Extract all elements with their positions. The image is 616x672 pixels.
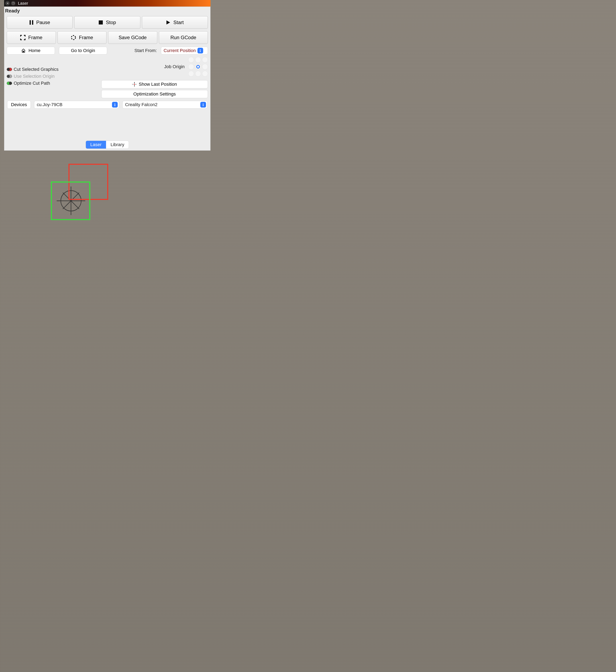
- svg-point-10: [134, 84, 135, 85]
- pause-label: Pause: [36, 20, 50, 25]
- svg-rect-0: [30, 20, 31, 25]
- toggle-use-selection-origin: Use Selection Origin: [7, 74, 99, 79]
- home-icon: [21, 48, 26, 53]
- start-from-label: Start From:: [134, 48, 157, 53]
- optimization-settings-label: Optimization Settings: [133, 91, 176, 97]
- frame-rect-icon: [20, 35, 25, 40]
- toggle-optimize-cut-path[interactable]: Optimize Cut Path: [7, 81, 99, 86]
- port-select[interactable]: cu.Joy-79CB ▲▼: [34, 101, 119, 109]
- optimization-settings-button[interactable]: Optimization Settings: [101, 90, 208, 98]
- port-value: cu.Joy-79CB: [37, 102, 62, 107]
- run-gcode-button[interactable]: Run GCode: [159, 31, 208, 44]
- stop-label: Stop: [106, 20, 116, 25]
- job-origin-7[interactable]: [195, 71, 201, 76]
- frame-rect-label: Frame: [28, 35, 42, 40]
- toggle-label: Optimize Cut Path: [14, 81, 50, 86]
- job-origin-0[interactable]: [188, 57, 194, 63]
- svg-rect-16: [69, 164, 108, 199]
- go-to-origin-label: Go to Origin: [71, 48, 95, 53]
- job-origin-label: Job Origin: [101, 64, 185, 69]
- toggle-label: Use Selection Origin: [14, 74, 55, 79]
- svg-point-4: [71, 35, 75, 40]
- start-label: Start: [173, 20, 184, 25]
- run-gcode-label: Run GCode: [170, 35, 196, 40]
- start-from-value: Current Position: [164, 48, 196, 53]
- devices-label: Devices: [11, 102, 27, 107]
- pause-button[interactable]: Pause: [7, 16, 73, 29]
- chevron-updown-icon: ▲▼: [197, 48, 203, 53]
- svg-line-15: [63, 193, 79, 209]
- laser-panel: Ready Pause Stop Start: [4, 7, 211, 151]
- window-title: Laser: [18, 1, 28, 6]
- chevron-updown-icon: ▲▼: [112, 102, 118, 107]
- stop-icon: [99, 20, 103, 25]
- svg-point-11: [61, 191, 81, 211]
- device-select[interactable]: Creality Falcon2 ▲▼: [122, 101, 207, 109]
- show-last-position-button[interactable]: Show Last Position: [101, 80, 208, 88]
- tab-library[interactable]: Library: [106, 141, 129, 148]
- bottom-tabs: Laser Library: [86, 141, 129, 149]
- svg-rect-17: [51, 182, 90, 219]
- pause-icon: [29, 20, 33, 25]
- job-origin-8[interactable]: [202, 71, 208, 76]
- save-gcode-button[interactable]: Save GCode: [108, 31, 157, 44]
- tab-laser[interactable]: Laser: [86, 141, 106, 148]
- toggle-label: Cut Selected Graphics: [14, 67, 59, 72]
- start-from-select[interactable]: Current Position ▲▼: [161, 47, 208, 54]
- device-value: Creality Falcon2: [125, 102, 157, 107]
- frame-circle-icon: [71, 35, 76, 40]
- chevron-updown-icon: ▲▼: [200, 102, 206, 107]
- title-bar: ✕ ❐ Laser: [4, 0, 211, 7]
- close-icon[interactable]: ✕: [5, 1, 10, 6]
- job-origin-1[interactable]: [195, 57, 201, 63]
- job-origin-4[interactable]: [195, 64, 201, 70]
- stop-button[interactable]: Stop: [74, 16, 140, 29]
- maximize-icon[interactable]: ❐: [11, 1, 16, 6]
- job-origin-5[interactable]: [202, 64, 208, 70]
- crosshair-icon: [132, 82, 137, 86]
- toggle-icon: [7, 82, 12, 85]
- start-button[interactable]: Start: [142, 16, 208, 29]
- toggle-icon: [7, 75, 12, 78]
- go-to-origin-button[interactable]: Go to Origin: [59, 47, 107, 54]
- home-button[interactable]: Home: [7, 47, 55, 54]
- play-icon: [166, 20, 171, 25]
- job-origin-grid: [188, 57, 208, 76]
- show-last-position-label: Show Last Position: [139, 82, 177, 87]
- devices-button[interactable]: Devices: [7, 101, 31, 109]
- toggle-icon: [7, 68, 12, 71]
- frame-circle-label: Frame: [79, 35, 93, 40]
- svg-rect-2: [99, 20, 103, 24]
- frame-circle-button[interactable]: Frame: [58, 31, 107, 44]
- job-origin-3[interactable]: [188, 64, 194, 70]
- job-origin-2[interactable]: [202, 57, 208, 63]
- save-gcode-label: Save GCode: [119, 35, 147, 40]
- svg-marker-3: [166, 20, 170, 24]
- svg-rect-1: [32, 20, 33, 25]
- frame-rect-button[interactable]: Frame: [7, 31, 56, 44]
- status-label: Ready: [4, 7, 210, 14]
- svg-rect-5: [23, 51, 24, 52]
- job-origin-6[interactable]: [188, 71, 194, 76]
- toggle-cut-selected[interactable]: Cut Selected Graphics: [7, 67, 99, 72]
- svg-line-14: [63, 193, 79, 209]
- home-label: Home: [29, 48, 41, 53]
